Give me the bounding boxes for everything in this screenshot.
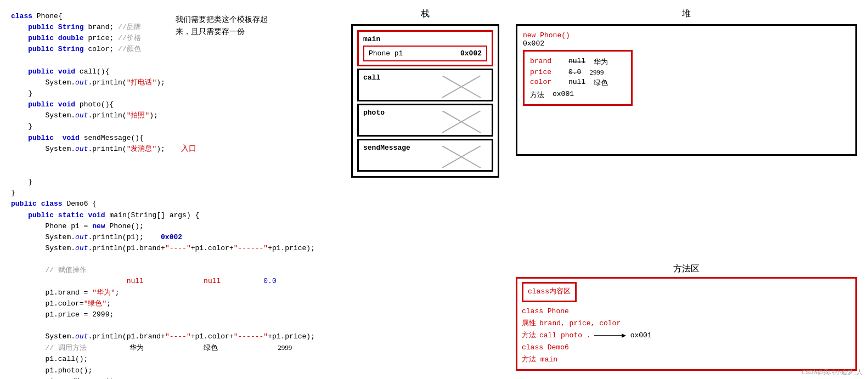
code-line-19: System.out.println(p1); 0x002 <box>11 232 335 243</box>
heap-field-price: price <box>530 68 560 77</box>
sendmessage-cross-icon <box>442 146 486 171</box>
code-line-27 <box>11 320 335 331</box>
code-line-15: } <box>11 188 335 199</box>
code-line-26: p1.price = 2999; <box>11 309 335 320</box>
code-line-3: public double price; //价格 <box>11 33 335 44</box>
stack-frame-sendmessage: sendMessage <box>357 139 493 172</box>
heap-method-row: 方法 ox001 <box>530 90 625 100</box>
ma-attr-row: 属性 brand, price, color <box>522 318 851 330</box>
code-line-30: p1.call(); <box>11 354 335 365</box>
right-panel: 堆 new Phone() 0x002 brand null 华为 price … <box>510 5 863 374</box>
code-line-2: public String brand; //品牌 <box>11 22 335 33</box>
code-block: class Phone{ public String brand; //品牌 p… <box>11 11 335 379</box>
ma-method-row: 方法 call photo . ox001 <box>522 330 851 342</box>
code-line-25: p1.color="绿色"; <box>11 298 335 309</box>
heap-null-price: 0.0 <box>568 68 581 77</box>
method-area-inner: class内容区 <box>522 282 577 302</box>
code-line-5 <box>11 55 335 66</box>
heap-row-color: color null 绿色 <box>530 78 625 88</box>
ma-class-demo6: class Demo6 <box>522 343 569 352</box>
heap-row-brand: brand null 华为 <box>530 57 625 67</box>
code-line-31: p1.photo(); <box>11 365 335 376</box>
method-arrow-icon <box>594 331 627 340</box>
ma-class-demo6-row: class Demo6 <box>522 342 851 354</box>
heap-addr: 0x002 <box>523 39 850 48</box>
code-line-9: public void photo(){ <box>11 99 335 110</box>
stack-frame-photo: photo <box>357 104 493 137</box>
ma-class-phone: class Phone <box>522 307 569 315</box>
heap-method-label: 方法 <box>530 90 544 100</box>
method-area-section: 方法区 class内容区 class Phone 属性 brand, price… <box>516 263 857 371</box>
code-line-13: System.out.println("发消息"); 入口 <box>11 144 335 177</box>
code-line-8: } <box>11 88 335 99</box>
stack-panel: 栈 main Phone p1 0x002 call photo <box>340 5 510 374</box>
heap-box: new Phone() 0x002 brand null 华为 price 0.… <box>516 24 857 156</box>
right-top: 堆 new Phone() 0x002 brand null 华为 price … <box>516 8 857 258</box>
code-line-24: p1.brand = "华为"; <box>11 287 335 298</box>
heap-method-val: ox001 <box>553 90 574 100</box>
ma-method-label: 方法 <box>522 330 536 342</box>
ma-class-phone-row: class Phone <box>522 306 851 318</box>
ma-method-addr: ox001 <box>630 330 652 342</box>
stack-frame-call: call <box>357 69 493 101</box>
heap-new-phone: new Phone() <box>523 31 850 39</box>
heap-section: 堆 new Phone() 0x002 brand null 华为 price … <box>516 8 857 258</box>
code-line-14: } <box>11 177 335 188</box>
heap-val-brand: 华为 <box>594 57 608 67</box>
code-line-29: // 调用方法 华为 绿色 2999 <box>11 342 335 354</box>
ma-inner-title: class内容区 <box>528 287 571 296</box>
code-line-7: System.out.println("打电话"); <box>11 77 335 88</box>
photo-cross-icon <box>442 111 486 135</box>
code-line-11: } <box>11 121 335 132</box>
stack-box: main Phone p1 0x002 call photo <box>351 24 499 178</box>
method-area-box: class内容区 class Phone 属性 brand, price, co… <box>516 277 857 371</box>
heap-field-color: color <box>530 78 560 88</box>
frame-main-addr: 0x002 <box>460 49 482 58</box>
frame-main-var: Phone p1 <box>369 49 403 58</box>
watermark: CSDN@我叫小追梦_人 <box>802 368 863 376</box>
code-line-28: System.out.println(p1.brand+"----"+p1.co… <box>11 331 335 342</box>
code-line-1: class Phone{ <box>11 11 335 22</box>
code-line-6: public void call(){ <box>11 66 335 77</box>
heap-null-brand: null <box>568 57 585 67</box>
entrance-label: 入口 <box>181 143 196 155</box>
stack-frame-main: main Phone p1 0x002 <box>357 30 493 66</box>
code-line-10: System.out.println("拍照"); <box>11 110 335 121</box>
ma-main-method-row: 方法 main <box>522 354 851 366</box>
code-line-12: public void sendMessage(){ <box>11 133 335 144</box>
code-line-22: // 赋值操作 <box>11 265 335 276</box>
call-cross-icon <box>442 76 486 100</box>
main-container: 我们需要把类这个模板存起来，且只需要存一份 class Phone{ publi… <box>0 0 868 379</box>
ma-attr-val: brand, price, color <box>539 318 621 330</box>
heap-val-price: 2999 <box>589 68 604 77</box>
stack-title: 栈 <box>421 8 430 20</box>
code-line-20: System.out.println(p1.brand+"----"+p1.co… <box>11 243 335 254</box>
code-line-23: null null 0.0 <box>11 276 335 287</box>
code-line-32: p1.sendMessage(); <box>11 376 335 379</box>
code-line-4: public String color; //颜色 <box>11 44 335 55</box>
ma-main-method: 方法 main <box>522 355 557 364</box>
heap-null-color: null <box>568 78 585 88</box>
svg-marker-7 <box>622 333 626 338</box>
method-area-title: 方法区 <box>516 263 857 275</box>
heap-val-color: 绿色 <box>594 78 608 88</box>
heap-title: 堆 <box>516 8 857 20</box>
heap-field-brand: brand <box>530 57 560 67</box>
heap-inner-box: brand null 华为 price 0.0 2999 color null <box>523 50 633 106</box>
code-panel: 我们需要把类这个模板存起来，且只需要存一份 class Phone{ publi… <box>5 5 340 374</box>
heap-row-price: price 0.0 2999 <box>530 68 625 77</box>
code-line-21 <box>11 254 335 265</box>
code-line-16: public class Demo6 { <box>11 199 335 210</box>
ma-attr-label: 属性 <box>522 318 536 330</box>
code-line-17: public static void main(String[] args) { <box>11 210 335 221</box>
frame-main-label: main <box>363 35 487 43</box>
ma-method-val: call photo . <box>539 330 591 342</box>
code-line-18: Phone p1 = new Phone(); <box>11 221 335 232</box>
